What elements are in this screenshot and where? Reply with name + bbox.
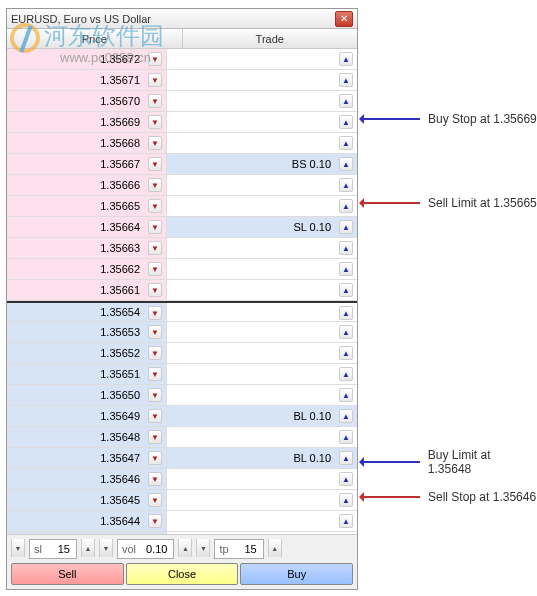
- chevron-up-icon[interactable]: ▲: [339, 306, 353, 320]
- chevron-up-icon[interactable]: ▲: [339, 52, 353, 66]
- chevron-up-icon[interactable]: ▲: [339, 346, 353, 360]
- price-cell[interactable]: 1.35648▼: [7, 427, 167, 447]
- chevron-up-icon[interactable]: ▲: [339, 409, 353, 423]
- trade-cell[interactable]: ▲: [167, 238, 357, 258]
- trade-cell[interactable]: ▲: [167, 343, 357, 363]
- chevron-down-icon[interactable]: ▼: [148, 157, 162, 171]
- chevron-up-icon[interactable]: ▲: [339, 388, 353, 402]
- trade-cell[interactable]: ▲: [167, 385, 357, 405]
- close-button[interactable]: ✕: [335, 11, 353, 27]
- chevron-down-icon[interactable]: ▼: [148, 115, 162, 129]
- close-position-button[interactable]: Close: [126, 563, 239, 585]
- chevron-up-icon[interactable]: ▲: [339, 325, 353, 339]
- chevron-up-icon[interactable]: ▲: [339, 514, 353, 528]
- buy-button[interactable]: Buy: [240, 563, 353, 585]
- price-cell[interactable]: 1.35667▼: [7, 154, 167, 174]
- price-cell[interactable]: 1.35666▼: [7, 175, 167, 195]
- trade-cell[interactable]: ▲: [167, 196, 357, 216]
- chevron-down-icon[interactable]: ▼: [148, 262, 162, 276]
- chevron-up-icon[interactable]: ▲: [339, 493, 353, 507]
- price-cell[interactable]: 1.35653▼: [7, 322, 167, 342]
- price-cell[interactable]: 1.35654▼: [7, 303, 167, 321]
- trade-cell[interactable]: BL 0.10▲: [167, 448, 357, 468]
- trade-cell[interactable]: ▲: [167, 427, 357, 447]
- chevron-down-icon[interactable]: ▼: [148, 409, 162, 423]
- chevron-down-icon[interactable]: ▼: [148, 430, 162, 444]
- chevron-up-icon[interactable]: ▲: [339, 451, 353, 465]
- sl-up-button[interactable]: ▲: [81, 539, 95, 557]
- trade-cell[interactable]: ▲: [167, 511, 357, 531]
- chevron-down-icon[interactable]: ▼: [148, 94, 162, 108]
- price-cell[interactable]: 1.35669▼: [7, 112, 167, 132]
- chevron-up-icon[interactable]: ▲: [339, 178, 353, 192]
- chevron-up-icon[interactable]: ▲: [339, 367, 353, 381]
- chevron-down-icon[interactable]: ▼: [148, 472, 162, 486]
- chevron-up-icon[interactable]: ▲: [339, 430, 353, 444]
- chevron-up-icon[interactable]: ▲: [339, 157, 353, 171]
- trade-cell[interactable]: ▲: [167, 303, 357, 321]
- trade-cell[interactable]: ▲: [167, 469, 357, 489]
- trade-cell[interactable]: ▲: [167, 91, 357, 111]
- tp-up-button[interactable]: ▲: [268, 539, 282, 557]
- chevron-down-icon[interactable]: ▼: [148, 346, 162, 360]
- trade-cell[interactable]: ▲: [167, 133, 357, 153]
- price-cell[interactable]: 1.35652▼: [7, 343, 167, 363]
- price-cell[interactable]: 1.35663▼: [7, 238, 167, 258]
- chevron-down-icon[interactable]: ▼: [148, 325, 162, 339]
- tp-spinner[interactable]: tp 15: [214, 539, 263, 559]
- chevron-down-icon[interactable]: ▼: [148, 73, 162, 87]
- price-cell[interactable]: 1.35672▼: [7, 49, 167, 69]
- vol-down-button[interactable]: ▼: [99, 539, 113, 557]
- price-cell[interactable]: 1.35650▼: [7, 385, 167, 405]
- trade-cell[interactable]: ▲: [167, 490, 357, 510]
- trade-cell[interactable]: ▲: [167, 70, 357, 90]
- sell-button[interactable]: Sell: [11, 563, 124, 585]
- vol-spinner[interactable]: vol 0.10: [117, 539, 174, 559]
- price-cell[interactable]: 1.35649▼: [7, 406, 167, 426]
- chevron-down-icon[interactable]: ▼: [148, 388, 162, 402]
- chevron-down-icon[interactable]: ▼: [148, 220, 162, 234]
- price-cell[interactable]: 1.35665▼: [7, 196, 167, 216]
- trade-cell[interactable]: ▲: [167, 259, 357, 279]
- chevron-down-icon[interactable]: ▼: [148, 451, 162, 465]
- chevron-up-icon[interactable]: ▲: [339, 73, 353, 87]
- sl-spinner[interactable]: sl 15: [29, 539, 77, 559]
- chevron-up-icon[interactable]: ▲: [339, 115, 353, 129]
- trade-cell[interactable]: BL 0.10▲: [167, 406, 357, 426]
- chevron-down-icon[interactable]: ▼: [148, 52, 162, 66]
- chevron-up-icon[interactable]: ▲: [339, 220, 353, 234]
- chevron-down-icon[interactable]: ▼: [148, 178, 162, 192]
- chevron-down-icon[interactable]: ▼: [148, 283, 162, 297]
- tp-down-button[interactable]: ▼: [196, 539, 210, 557]
- chevron-down-icon[interactable]: ▼: [148, 199, 162, 213]
- chevron-up-icon[interactable]: ▲: [339, 136, 353, 150]
- price-cell[interactable]: 1.35662▼: [7, 259, 167, 279]
- trade-cell[interactable]: ▲: [167, 175, 357, 195]
- chevron-up-icon[interactable]: ▲: [339, 262, 353, 276]
- chevron-down-icon[interactable]: ▼: [148, 367, 162, 381]
- chevron-down-icon[interactable]: ▼: [148, 136, 162, 150]
- sl-down-button[interactable]: ▼: [11, 539, 25, 557]
- chevron-down-icon[interactable]: ▼: [148, 493, 162, 507]
- chevron-down-icon[interactable]: ▼: [148, 514, 162, 528]
- price-cell[interactable]: 1.35664▼: [7, 217, 167, 237]
- chevron-up-icon[interactable]: ▲: [339, 199, 353, 213]
- price-cell[interactable]: 1.35651▼: [7, 364, 167, 384]
- price-cell[interactable]: 1.35647▼: [7, 448, 167, 468]
- price-cell[interactable]: 1.35645▼: [7, 490, 167, 510]
- chevron-up-icon[interactable]: ▲: [339, 472, 353, 486]
- trade-cell[interactable]: ▲: [167, 322, 357, 342]
- price-cell[interactable]: 1.35671▼: [7, 70, 167, 90]
- trade-cell[interactable]: SL 0.10▲: [167, 217, 357, 237]
- price-cell[interactable]: 1.35644▼: [7, 511, 167, 531]
- trade-cell[interactable]: ▲: [167, 280, 357, 300]
- trade-cell[interactable]: ▲: [167, 49, 357, 69]
- chevron-up-icon[interactable]: ▲: [339, 94, 353, 108]
- chevron-down-icon[interactable]: ▼: [148, 306, 162, 320]
- trade-cell[interactable]: ▲: [167, 364, 357, 384]
- price-cell[interactable]: 1.35668▼: [7, 133, 167, 153]
- chevron-down-icon[interactable]: ▼: [148, 241, 162, 255]
- price-cell[interactable]: 1.35646▼: [7, 469, 167, 489]
- chevron-up-icon[interactable]: ▲: [339, 241, 353, 255]
- trade-cell[interactable]: ▲: [167, 112, 357, 132]
